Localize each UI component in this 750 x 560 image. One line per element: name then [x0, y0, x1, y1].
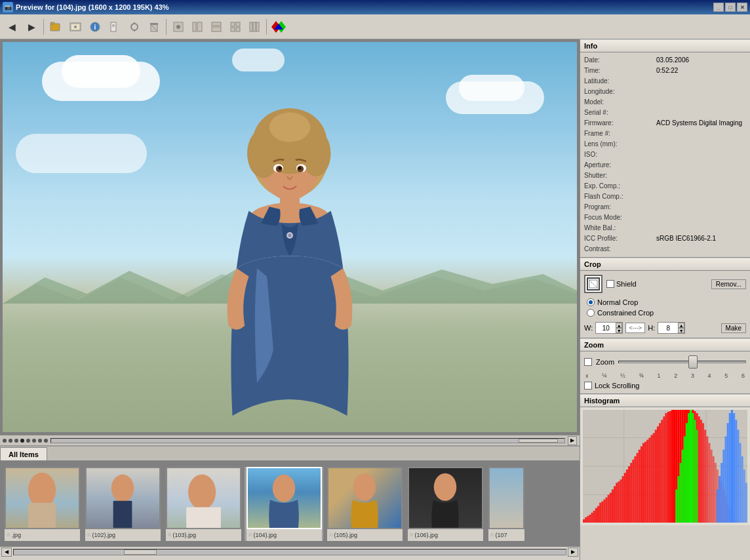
dot-1 — [3, 439, 7, 443]
info-label-frame: Frame #: — [584, 129, 656, 139]
forward-button[interactable]: ▶ — [22, 18, 41, 36]
zoom-label-threequarter: ¾ — [639, 372, 644, 379]
svg-rect-79 — [601, 502, 603, 523]
view-button-3[interactable] — [207, 18, 226, 36]
shield-label: Shield — [616, 280, 637, 288]
thumbnail-item-107[interactable]: ☆ (107 — [486, 467, 526, 541]
develop-button[interactable] — [125, 18, 144, 36]
constrained-crop-radio[interactable] — [587, 309, 595, 317]
color-button[interactable] — [269, 18, 288, 36]
svg-rect-145 — [675, 489, 677, 523]
all-items-tab[interactable]: All Items — [0, 447, 47, 460]
make-button[interactable]: Make — [721, 323, 746, 333]
svg-rect-96 — [637, 453, 639, 523]
svg-rect-25 — [231, 28, 235, 31]
thumb-name-105: (105).jpg — [334, 532, 358, 538]
normal-crop-radio[interactable] — [587, 298, 595, 306]
minimize-button[interactable]: _ — [713, 3, 724, 12]
thumb-scroll-thumb[interactable] — [124, 550, 157, 555]
h-scrollbar-track[interactable] — [50, 438, 565, 443]
crop-header: Crop — [580, 258, 750, 271]
svg-rect-158 — [720, 463, 722, 523]
scroll-end-button[interactable]: ▶ — [568, 436, 577, 445]
crop-icon[interactable] — [584, 275, 602, 293]
view-button-4[interactable] — [226, 18, 245, 36]
toolbar-separator-3 — [266, 19, 267, 35]
zoom-header: Zoom — [580, 338, 750, 351]
h-input[interactable] — [658, 323, 678, 333]
thumbnail-item-104[interactable]: ☆ (104).jpg — [245, 467, 323, 541]
thumb-star-102: ☆ — [87, 532, 91, 538]
maximize-button[interactable]: □ — [725, 3, 736, 12]
info-label-lat: Latitude: — [584, 76, 656, 87]
svg-point-55 — [188, 474, 216, 510]
svg-rect-109 — [663, 416, 665, 523]
remove-button[interactable]: Remov... — [711, 279, 746, 289]
h-up-arrow[interactable]: ▲ — [678, 323, 684, 328]
svg-rect-132 — [711, 450, 713, 523]
thumb-scroll-left[interactable]: ◀ — [1, 548, 12, 557]
thumbnail-image-101 — [5, 467, 80, 529]
zoom-track[interactable] — [618, 361, 746, 363]
svg-rect-70 — [583, 519, 585, 523]
delete-button[interactable] — [145, 18, 163, 36]
thumbnail-item-101[interactable]: ☆ .jpg — [3, 467, 81, 541]
thumb-bg-106 — [409, 468, 482, 528]
svg-rect-71 — [585, 517, 587, 523]
back-button[interactable]: ◀ — [3, 18, 21, 36]
thumbnail-item-103[interactable]: ☆ (103).jpg — [164, 467, 243, 541]
info-label-lon: Longitude: — [584, 87, 656, 97]
thumb-label-105: ☆ (105).jpg — [327, 529, 403, 541]
shield-checkbox[interactable] — [606, 280, 614, 288]
browse-button[interactable] — [66, 18, 85, 36]
info-button[interactable]: i — [86, 18, 104, 36]
zoom-checkbox[interactable] — [584, 358, 592, 366]
zoom-label-half: ½ — [620, 372, 625, 379]
w-input[interactable] — [596, 323, 616, 333]
thumb-bg-103 — [167, 468, 240, 528]
svg-rect-88 — [620, 479, 622, 523]
thumbnail-item-106[interactable]: ☆ (106).jpg — [406, 467, 484, 541]
info-row-model: Model: — [584, 97, 746, 108]
info-row-shutter: Shutter: — [584, 170, 746, 181]
edit-button[interactable] — [106, 18, 124, 36]
info-header: Info — [580, 39, 750, 52]
thumbnail-tabs: All Items — [0, 447, 580, 461]
thumbnail-item-105[interactable]: ☆ (105).jpg — [325, 467, 404, 541]
info-title: Info — [584, 42, 597, 50]
thumbnail-item-102[interactable]: ☆ (102).jpg — [83, 467, 162, 541]
title-text: Preview for (104).jpg (1600 x 1200 195K)… — [16, 3, 713, 11]
svg-rect-149 — [684, 436, 686, 523]
thumb-scroll-right[interactable]: ▶ — [568, 548, 578, 557]
cloud-5 — [232, 49, 285, 71]
info-value-icc: sRGB IEC61966-2.1 — [656, 233, 716, 244]
constrained-crop-row: Constrained Crop — [587, 309, 746, 317]
svg-rect-27 — [250, 22, 252, 31]
h-scrollbar-thumb[interactable] — [519, 439, 558, 443]
open-button[interactable] — [47, 18, 65, 36]
svg-text:i: i — [94, 24, 96, 31]
svg-rect-153 — [692, 413, 694, 523]
lock-checkbox[interactable] — [584, 382, 592, 390]
thumb-scroll-track[interactable] — [13, 549, 566, 555]
zoom-label-quarter: ¼ — [602, 372, 607, 379]
w-down-arrow[interactable]: ▼ — [616, 328, 622, 333]
w-input-group: ▲ ▼ — [595, 322, 623, 334]
window-controls: _ □ ✕ — [713, 3, 747, 12]
view-button-2[interactable] — [188, 18, 207, 36]
svg-point-50 — [298, 167, 302, 170]
zoom-handle[interactable] — [688, 355, 698, 369]
view-button-5[interactable] — [245, 18, 264, 36]
view-button-1[interactable] — [169, 18, 188, 36]
close-button[interactable]: ✕ — [737, 3, 747, 12]
zoom-label-5: 5 — [724, 372, 728, 379]
zoom-label-3: 3 — [691, 372, 694, 379]
w-arrows: ▲ ▼ — [616, 323, 622, 333]
view-buttons — [169, 18, 264, 36]
w-up-arrow[interactable]: ▲ — [616, 323, 622, 328]
svg-rect-160 — [724, 436, 726, 523]
info-row-lens: Lens (mm): — [584, 139, 746, 150]
h-down-arrow[interactable]: ▼ — [678, 328, 684, 333]
svg-rect-94 — [632, 460, 634, 523]
image-viewer[interactable] — [3, 42, 577, 432]
